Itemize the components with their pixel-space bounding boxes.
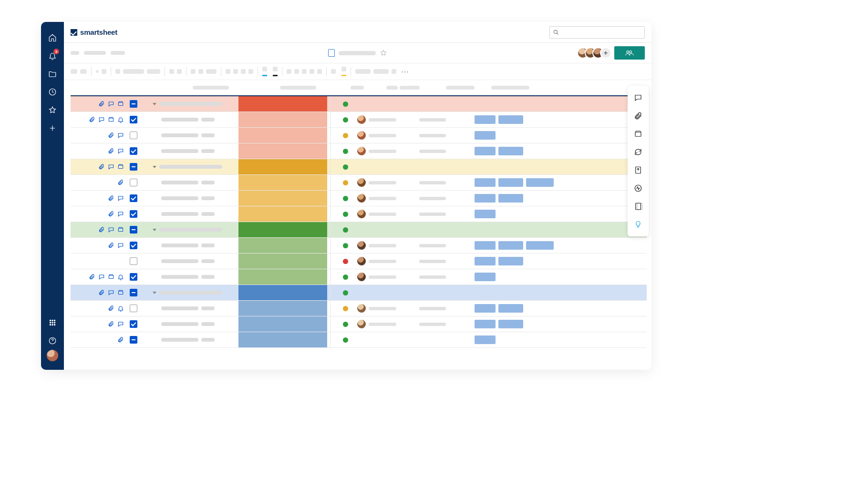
nav-recents[interactable] [41, 83, 64, 101]
health-cell[interactable] [333, 227, 357, 233]
comment-icon[interactable] [108, 101, 114, 107]
toolbar-btn[interactable] [102, 69, 106, 74]
toolbar-btn[interactable] [302, 69, 307, 74]
proof-icon[interactable] [117, 101, 124, 107]
checkbox[interactable] [130, 116, 137, 123]
status-color-cell[interactable] [238, 222, 327, 237]
status-color-cell[interactable] [238, 128, 327, 143]
status-color-cell[interactable] [238, 96, 327, 112]
toolbar-btn[interactable] [226, 69, 230, 74]
attach-icon[interactable] [89, 116, 95, 123]
table-row[interactable] [71, 332, 647, 348]
comment-icon[interactable] [108, 163, 114, 170]
task-name-cell[interactable] [153, 306, 238, 310]
proof-icon[interactable] [108, 116, 114, 123]
checkbox[interactable] [130, 242, 137, 249]
task-name-cell[interactable] [153, 165, 238, 169]
toolbar-btn[interactable] [317, 69, 322, 74]
attach-icon[interactable] [98, 289, 105, 296]
tags-cell[interactable] [472, 304, 647, 313]
toolbar-highlight[interactable] [341, 67, 346, 76]
toolbar-btn[interactable] [198, 69, 203, 74]
attach-icon[interactable] [108, 148, 114, 154]
assignee-cell[interactable] [357, 241, 419, 250]
nav-apps[interactable] [41, 314, 64, 332]
table-row[interactable] [71, 285, 647, 301]
toolbar-btn[interactable] [331, 69, 336, 74]
favorite-star-icon[interactable] [380, 49, 387, 57]
attach-icon[interactable] [108, 195, 114, 202]
toolbar-btn[interactable] [241, 69, 246, 74]
assignee-cell[interactable] [357, 115, 419, 124]
date-cell[interactable] [419, 307, 472, 310]
date-cell[interactable] [419, 244, 472, 247]
tags-cell[interactable] [472, 131, 647, 140]
status-color-cell[interactable] [238, 238, 327, 253]
checkbox[interactable] [130, 132, 137, 139]
tags-cell[interactable] [472, 257, 647, 265]
tags-cell[interactable] [472, 210, 647, 218]
checkbox[interactable] [130, 100, 137, 108]
assignee-cell[interactable] [357, 320, 419, 328]
attach-icon[interactable] [108, 132, 114, 139]
nav-home[interactable] [41, 29, 64, 47]
status-color-cell[interactable] [238, 191, 327, 206]
proof-icon[interactable] [117, 289, 124, 296]
table-row[interactable] [71, 112, 647, 128]
dock-conversations[interactable] [628, 89, 649, 107]
collapse-icon[interactable] [153, 292, 156, 294]
task-name-cell[interactable] [153, 118, 238, 122]
assignee-cell[interactable] [357, 194, 419, 203]
table-row[interactable] [71, 206, 647, 222]
attach-icon[interactable] [108, 305, 114, 312]
tags-cell[interactable] [472, 147, 647, 155]
date-cell[interactable] [419, 197, 472, 200]
checkbox[interactable] [130, 320, 137, 328]
tags-cell[interactable] [472, 320, 647, 328]
table-row[interactable] [71, 254, 647, 269]
comment-icon[interactable] [98, 274, 105, 280]
health-cell[interactable] [333, 290, 357, 295]
dock-attachments[interactable] [628, 107, 649, 125]
comment-icon[interactable] [117, 321, 124, 327]
table-row[interactable] [71, 301, 647, 316]
attach-icon[interactable] [108, 321, 114, 327]
assignee-cell[interactable] [357, 210, 419, 218]
comment-icon[interactable] [117, 132, 124, 139]
toolbar-text-color[interactable] [273, 67, 278, 76]
table-row[interactable] [71, 143, 647, 159]
toolbar-btn[interactable] [191, 69, 196, 74]
nav-profile-avatar[interactable] [47, 350, 58, 361]
proof-icon[interactable] [117, 163, 124, 170]
task-name-cell[interactable] [153, 181, 238, 184]
toolbar-btn[interactable] [147, 69, 160, 74]
attach-icon[interactable] [117, 179, 124, 186]
table-row[interactable] [71, 238, 647, 254]
status-color-cell[interactable] [238, 285, 327, 300]
status-color-cell[interactable] [238, 332, 327, 347]
comment-icon[interactable] [117, 148, 124, 154]
attach-icon[interactable] [98, 101, 105, 107]
health-cell[interactable] [333, 102, 357, 107]
reminder-icon[interactable] [117, 116, 124, 123]
health-cell[interactable] [333, 274, 357, 280]
reminder-icon[interactable] [117, 305, 124, 312]
sheet-title[interactable] [328, 49, 387, 57]
status-color-cell[interactable] [238, 316, 327, 332]
date-cell[interactable] [419, 134, 472, 137]
toolbar-btn[interactable] [392, 69, 396, 74]
table-row[interactable] [71, 159, 647, 175]
checkbox[interactable] [130, 273, 137, 281]
assignee-cell[interactable] [357, 257, 419, 265]
task-name-cell[interactable] [153, 196, 238, 200]
checkbox[interactable] [130, 289, 137, 296]
health-cell[interactable] [333, 337, 357, 343]
nav-favorites[interactable] [41, 101, 64, 119]
checkbox[interactable] [130, 226, 137, 234]
avatar-more[interactable]: + [600, 47, 611, 59]
share-button[interactable] [614, 46, 645, 60]
toolbar-fill-color[interactable] [262, 67, 267, 76]
task-name-cell[interactable] [153, 228, 238, 232]
assignee-cell[interactable] [357, 147, 419, 155]
tags-cell[interactable] [472, 115, 647, 124]
